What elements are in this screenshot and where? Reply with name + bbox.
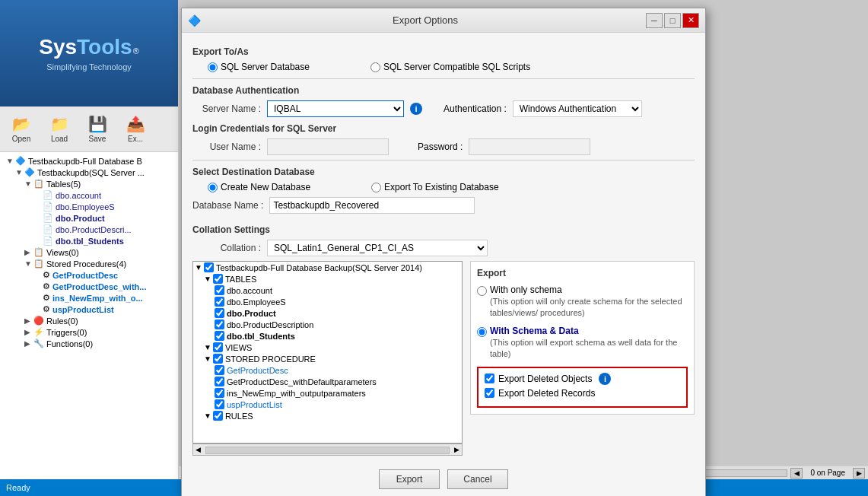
sidebar-tree-sp2[interactable]: ⚙ GetProductDesc_with...: [3, 281, 175, 292]
dtree-sp3-cb[interactable]: [215, 388, 224, 398]
save-button[interactable]: 💾 Save: [79, 110, 116, 148]
radio-schema-data[interactable]: With Schema & Data (This option will exp…: [477, 326, 688, 361]
radio-schema-only[interactable]: With only schema (This option will only …: [477, 285, 688, 320]
dtree-sp4[interactable]: uspProductList: [193, 399, 462, 410]
sidebar-tree-storedprocs[interactable]: ▼ 📋 Stored Procedures(4): [3, 258, 175, 269]
dtree-root[interactable]: ▼ Testbackupdb-Full Database Backup(SQL …: [193, 262, 462, 273]
sidebar-tree-functions[interactable]: ▶ 🔧 Functions(0): [3, 338, 175, 349]
dtree-product[interactable]: dbo.Product: [193, 307, 462, 319]
sidebar-tree-views[interactable]: ▶ 📋 Views(0): [3, 246, 175, 258]
dtree-rules[interactable]: ▼ RULES: [193, 410, 462, 421]
server-name-select[interactable]: IQBAL: [267, 100, 404, 117]
dtree-sp3[interactable]: ins_NewEmp_with_outputparamaters: [193, 387, 462, 399]
radio-create-new-input[interactable]: [208, 183, 218, 192]
dtree-rules-cb[interactable]: [213, 411, 223, 421]
sidebar-tree-rules[interactable]: ▶ 🔴 Rules(0): [3, 315, 175, 326]
sidebar-tree-sp4[interactable]: ⚙ uspProductList: [3, 304, 175, 315]
close-button[interactable]: ✕: [682, 13, 699, 28]
export-deleted-objects-cb[interactable]: [485, 374, 494, 383]
open-icon: 📂: [12, 115, 31, 133]
dtree-tables-cb[interactable]: [213, 274, 223, 284]
dtree-students-label: dbo.tbl_Students: [227, 332, 295, 341]
dtree-views-cb[interactable]: [213, 342, 223, 352]
collation-sub-label: Collation :: [192, 243, 261, 253]
sidebar-tree-sp3[interactable]: ⚙ ins_NewEmp_with_o...: [3, 292, 175, 304]
dtree-tables[interactable]: ▼ TABLES: [193, 273, 462, 285]
username-input[interactable]: [267, 138, 389, 155]
deleted-objects-info-icon[interactable]: i: [599, 373, 611, 385]
dtree-productdesc[interactable]: dbo.ProductDescription: [193, 319, 462, 330]
radio-schema-data-input[interactable]: [477, 327, 487, 337]
export-deleted-objects-label-wrap[interactable]: Export Deleted Objects: [485, 374, 592, 384]
dtree-productdesc-cb[interactable]: [215, 320, 224, 329]
credentials-row: User Name : Password :: [192, 138, 695, 155]
sidebar-tree-students[interactable]: 📄 dbo.tbl_Students: [3, 235, 175, 246]
cancel-button[interactable]: Cancel: [447, 469, 508, 489]
dialog-logo-icon: 🔷: [188, 14, 201, 27]
sidebar-tree-server[interactable]: ▼ 🔷 Testbackupdb(SQL Server ...: [3, 167, 175, 178]
radio-sql-scripts-input[interactable]: [370, 62, 380, 72]
dtree-account-label: dbo.account: [227, 286, 272, 295]
export-deleted-records-label-wrap[interactable]: Export Deleted Records: [485, 388, 595, 399]
dtree-sp2[interactable]: GetProductDesc_withDefaultparameters: [193, 376, 462, 387]
dtree-sp2-cb[interactable]: [215, 377, 224, 386]
dtree-sp1-cb[interactable]: [215, 365, 224, 375]
dtree-employees-cb[interactable]: [215, 297, 224, 307]
sidebar-tree-product[interactable]: 📄 dbo.Product: [3, 212, 175, 224]
load-button[interactable]: 📁 Load: [41, 110, 78, 148]
save-icon: 💾: [88, 115, 107, 133]
dtree-views[interactable]: ▼ VIEWS: [193, 342, 462, 353]
next-page[interactable]: ▶: [853, 468, 865, 479]
radio-export-existing-input[interactable]: [371, 183, 381, 192]
dtree-tables-label: TABLES: [225, 275, 256, 284]
dtree-students[interactable]: dbo.tbl_Students: [193, 330, 462, 342]
radio-export-existing[interactable]: Export To Existing Database: [371, 182, 499, 192]
dtree-employees[interactable]: dbo.EmployeeS: [193, 296, 462, 307]
sidebar-tree-root[interactable]: ▼ 🔷 Testbackupdb-Full Database B: [3, 155, 175, 167]
radio-create-new-label: Create New Database: [221, 182, 310, 192]
tree-hscroll[interactable]: ◀ ▶: [192, 444, 463, 456]
export-toolbar-button[interactable]: 📤 Ex...: [117, 110, 154, 148]
view-icon: 📋: [33, 247, 44, 257]
radio-sql-server-input[interactable]: [208, 62, 218, 72]
dtree-sp1[interactable]: GetProductDesc: [193, 364, 462, 376]
dtree-root-cb[interactable]: [204, 262, 214, 272]
dtree-account[interactable]: dbo.account: [193, 285, 462, 296]
export-button[interactable]: Export: [379, 469, 440, 489]
radio-schema-only-input[interactable]: [477, 286, 487, 296]
radio-create-new[interactable]: Create New Database: [208, 182, 310, 192]
dtree-storedproc[interactable]: ▼ STORED PROCEDURE: [193, 353, 462, 364]
sidebar-tree-tables[interactable]: ▼ 📋 Tables(5): [3, 178, 175, 189]
expand-icon: ▶: [24, 339, 32, 348]
dtree-sp4-cb[interactable]: [215, 399, 224, 409]
sidebar-tree-productdesc[interactable]: 📄 dbo.ProductDescri...: [3, 224, 175, 235]
open-button[interactable]: 📂 Open: [3, 110, 40, 148]
sidebar-tree-employees[interactable]: 📄 dbo.EmployeeS: [3, 201, 175, 212]
collation-section-label: Collation Settings: [192, 224, 284, 235]
hscroll-left[interactable]: ◀: [193, 444, 203, 455]
export-deleted-records-cb[interactable]: [485, 388, 494, 398]
radio-sql-scripts[interactable]: SQL Server Compatible SQL Scripts: [370, 62, 530, 72]
auth-select[interactable]: Windows Authentication: [513, 100, 642, 117]
server-info-icon[interactable]: i: [410, 103, 422, 115]
dtree-account-cb[interactable]: [215, 285, 224, 295]
hscroll-right[interactable]: ▶: [452, 444, 462, 455]
sp-icon: ⚙: [43, 304, 50, 314]
dtree-students-cb[interactable]: [215, 331, 224, 341]
minimize-button[interactable]: ─: [646, 13, 663, 28]
sidebar-tree-sp1[interactable]: ⚙ GetProductDesc: [3, 269, 175, 281]
dialog-tree: ▼ Testbackupdb-Full Database Backup(SQL …: [192, 261, 463, 444]
expand-icon: ▶: [24, 248, 32, 256]
collation-select[interactable]: SQL_Latin1_General_CP1_CI_AS: [267, 240, 488, 256]
dtree-product-cb[interactable]: [215, 308, 224, 318]
db-name-input[interactable]: [269, 197, 475, 214]
sidebar-tree-account[interactable]: 📄 dbo.account: [3, 189, 175, 201]
radio-sql-server[interactable]: SQL Server Database: [208, 62, 310, 72]
prev-page[interactable]: ◀: [790, 468, 803, 479]
sidebar-tree-triggers[interactable]: ▶ ⚡ Triggers(0): [3, 326, 175, 338]
password-input[interactable]: [469, 138, 590, 155]
app-window: SysTools® Simplifying Technology 📂 Open …: [0, 0, 868, 496]
app-tagline: Simplifying Technology: [46, 62, 132, 72]
maximize-button[interactable]: □: [664, 13, 681, 28]
dtree-storedproc-cb[interactable]: [213, 354, 223, 364]
